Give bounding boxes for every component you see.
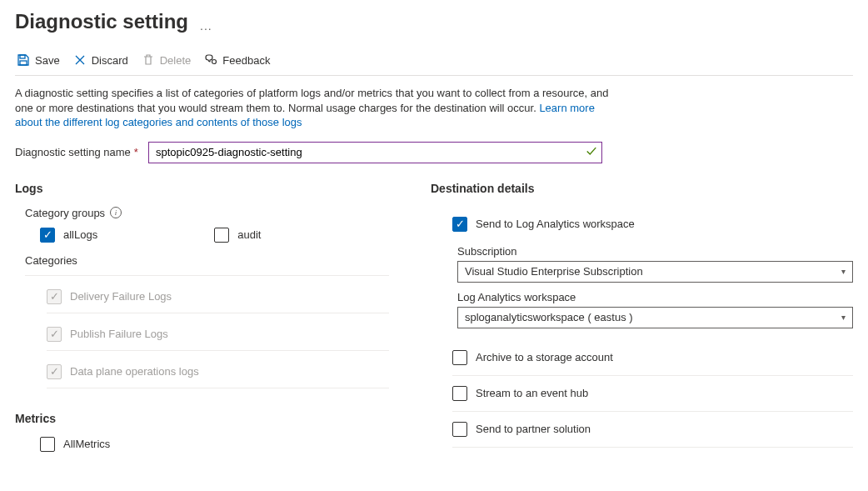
send-log-analytics-checkbox[interactable]: ✓ [452, 217, 467, 232]
allmetrics-checkbox[interactable] [40, 437, 55, 452]
send-log-analytics-label: Send to Log Analytics workspace [476, 218, 635, 230]
info-icon[interactable]: i [110, 207, 122, 218]
logs-heading: Logs [15, 182, 389, 195]
diagnostic-setting-name-input[interactable] [148, 142, 602, 163]
audit-label: audit [237, 228, 261, 241]
feedback-label: Feedback [222, 54, 270, 67]
metrics-heading: Metrics [15, 412, 389, 425]
more-actions-button[interactable]: ··· [200, 22, 212, 35]
feedback-button[interactable]: Feedback [204, 53, 270, 67]
subscription-label: Subscription [457, 245, 853, 258]
archive-storage-label: Archive to a storage account [476, 351, 613, 363]
workspace-label: Log Analytics workspace [457, 291, 853, 303]
save-label: Save [35, 54, 60, 67]
discard-button[interactable]: Discard [73, 53, 128, 67]
send-partner-label: Send to partner solution [476, 423, 591, 435]
intro-text: A diagnostic setting specifies a list of… [15, 86, 615, 130]
svg-rect-0 [20, 55, 25, 58]
discard-icon [73, 53, 87, 67]
delete-label: Delete [160, 54, 192, 67]
svg-rect-1 [20, 61, 27, 65]
category-groups-label: Category groups [25, 207, 105, 219]
discard-label: Discard [92, 54, 128, 67]
destination-heading: Destination details [431, 182, 853, 195]
alllogs-label: allLogs [63, 228, 97, 241]
categories-label: Categories [25, 254, 389, 276]
valid-check-icon [586, 145, 597, 159]
delivery-failure-checkbox: ✓ [47, 289, 62, 304]
chevron-down-icon: ▾ [841, 313, 846, 322]
chevron-down-icon: ▾ [841, 267, 846, 276]
delete-button: Delete [142, 53, 192, 67]
data-plane-ops-label: Data plane operations logs [70, 365, 199, 378]
publish-failure-checkbox: ✓ [47, 327, 62, 342]
allmetrics-label: AllMetrics [63, 438, 110, 450]
page-title: Diagnostic setting [15, 10, 188, 33]
save-button[interactable]: Save [17, 53, 60, 67]
stream-eventhub-label: Stream to an event hub [476, 387, 588, 399]
save-icon [17, 53, 30, 67]
svg-point-2 [212, 60, 217, 64]
delivery-failure-label: Delivery Failure Logs [70, 290, 172, 303]
publish-failure-label: Publish Failure Logs [70, 328, 168, 340]
feedback-icon [204, 53, 217, 67]
data-plane-ops-checkbox: ✓ [47, 364, 62, 379]
alllogs-checkbox[interactable]: ✓ [40, 228, 55, 243]
required-asterisk: * [134, 146, 138, 158]
workspace-select[interactable]: sploganalyticsworkspace ( eastus ) ▾ [457, 307, 853, 328]
toolbar: Save Discard Delete Feedback [15, 48, 853, 76]
name-field-label: Diagnostic setting name [15, 146, 131, 158]
archive-storage-checkbox[interactable] [452, 350, 467, 365]
send-partner-checkbox[interactable] [452, 422, 467, 437]
subscription-select[interactable]: Visual Studio Enterprise Subscription ▾ [457, 261, 853, 283]
subscription-value: Visual Studio Enterprise Subscription [465, 265, 643, 278]
delete-icon [142, 53, 155, 67]
stream-eventhub-checkbox[interactable] [452, 386, 467, 401]
workspace-value: sploganalyticsworkspace ( eastus ) [465, 311, 633, 323]
audit-checkbox[interactable] [214, 228, 229, 243]
